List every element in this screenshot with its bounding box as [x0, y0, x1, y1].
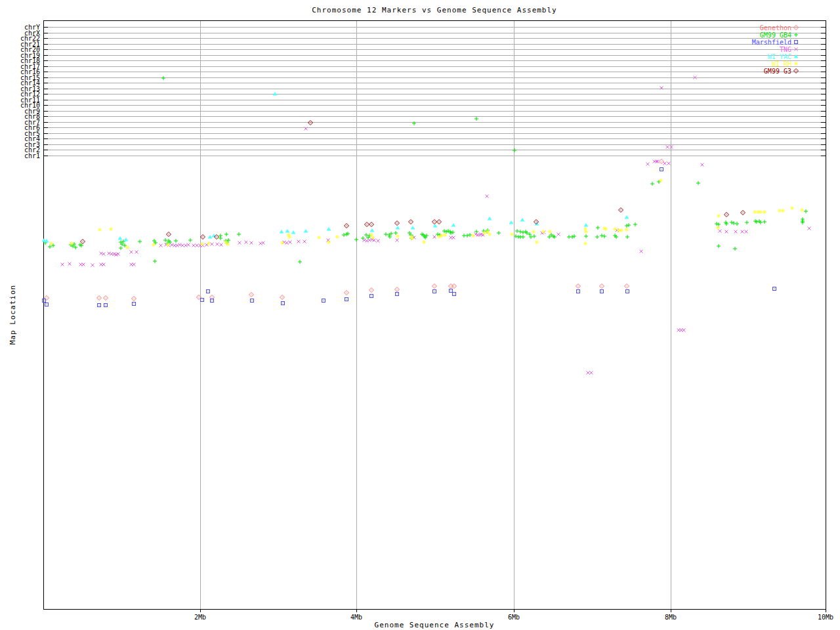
data-point: [808, 227, 811, 230]
data-point: [370, 228, 375, 232]
data-point: [627, 223, 631, 227]
data-point: [790, 206, 794, 210]
data-point-dot: [371, 296, 372, 297]
data-point-dot: [411, 222, 411, 222]
data-point-dot: [397, 223, 398, 224]
data-point-dot: [346, 226, 347, 226]
data-point: [163, 238, 167, 242]
data-point: [682, 329, 686, 332]
data-point-dot: [251, 295, 252, 295]
data-point-dot: [203, 237, 203, 238]
data-point: [207, 242, 211, 245]
legend-marker-dot: [796, 71, 797, 72]
data-point-dot: [536, 222, 537, 222]
data-point: [587, 371, 590, 375]
data-point-dot: [47, 298, 47, 299]
x-tick-label: 8Mb: [665, 614, 677, 621]
data-point: [781, 209, 785, 213]
data-point-dot: [346, 299, 347, 300]
data-point: [68, 262, 72, 266]
legend-marker: [794, 33, 798, 37]
data-point: [716, 226, 720, 230]
data-point: [733, 247, 737, 251]
data-point-dot: [439, 222, 440, 222]
data-point: [625, 215, 629, 219]
data-point: [433, 236, 436, 239]
data-point: [342, 233, 346, 237]
data-point: [384, 232, 388, 236]
data-point: [245, 241, 248, 244]
data-point: [590, 371, 593, 375]
data-point-dot: [454, 286, 455, 287]
data-point-dot: [282, 297, 283, 298]
data-point: [633, 222, 637, 226]
data-point-dot: [434, 286, 435, 287]
data-point: [486, 195, 489, 198]
data-point: [273, 92, 278, 96]
data-point-dot: [199, 297, 200, 298]
data-point: [584, 223, 589, 227]
data-point-dot: [621, 210, 621, 211]
data-point-dot: [212, 297, 213, 298]
data-point: [465, 234, 469, 238]
data-point-dot: [434, 222, 435, 222]
data-point-dot: [106, 298, 106, 299]
data-point: [717, 222, 721, 226]
data-point-dot: [451, 291, 452, 291]
data-point: [181, 244, 184, 247]
data-point: [159, 244, 163, 247]
data-point: [532, 230, 536, 234]
data-point: [660, 87, 663, 90]
data-point: [745, 220, 749, 224]
data-point: [488, 217, 492, 220]
data-point: [514, 234, 518, 238]
data-point: [800, 208, 804, 212]
chr-label: chr1: [24, 152, 40, 159]
data-point: [188, 238, 192, 242]
data-point: [646, 163, 650, 166]
data-point: [741, 230, 744, 234]
data-point: [82, 263, 85, 266]
data-point: [452, 223, 456, 227]
data-point: [200, 242, 204, 246]
data-point: [304, 229, 308, 233]
data-point: [521, 230, 525, 234]
data-point: [411, 226, 415, 230]
data-point-dot: [47, 304, 47, 305]
data-point-dot: [451, 286, 452, 287]
data-point: [291, 230, 296, 234]
data-point-dot: [310, 123, 311, 123]
data-point: [471, 234, 475, 238]
data-point: [557, 233, 560, 236]
data-point: [133, 263, 136, 266]
data-point: [474, 117, 478, 121]
data-point: [759, 210, 763, 214]
data-point: [670, 146, 673, 149]
data-point: [208, 235, 213, 239]
data-point: [285, 229, 290, 233]
data-point: [130, 251, 133, 254]
data-point: [584, 230, 588, 234]
data-point: [91, 264, 94, 267]
data-point: [262, 242, 265, 245]
data-point: [238, 242, 242, 245]
data-point-dot: [371, 224, 372, 225]
data-point: [583, 227, 587, 231]
legend-label: GM99 GB4: [760, 32, 791, 39]
data-point-dot: [106, 305, 106, 306]
data-point-dot: [283, 303, 284, 304]
data-point-dot: [217, 237, 217, 238]
data-point: [396, 239, 399, 242]
legend-marker-dot: [796, 42, 797, 43]
data-point: [303, 240, 306, 243]
data-point: [396, 234, 400, 238]
data-point: [377, 240, 380, 243]
data-point: [696, 181, 700, 185]
data-point: [732, 221, 736, 225]
legend-label: GM99 G3: [764, 68, 791, 75]
data-point: [368, 239, 371, 242]
data-point: [220, 243, 223, 247]
data-point: [297, 240, 301, 243]
data-point: [335, 235, 339, 239]
data-point-dot: [434, 291, 435, 292]
